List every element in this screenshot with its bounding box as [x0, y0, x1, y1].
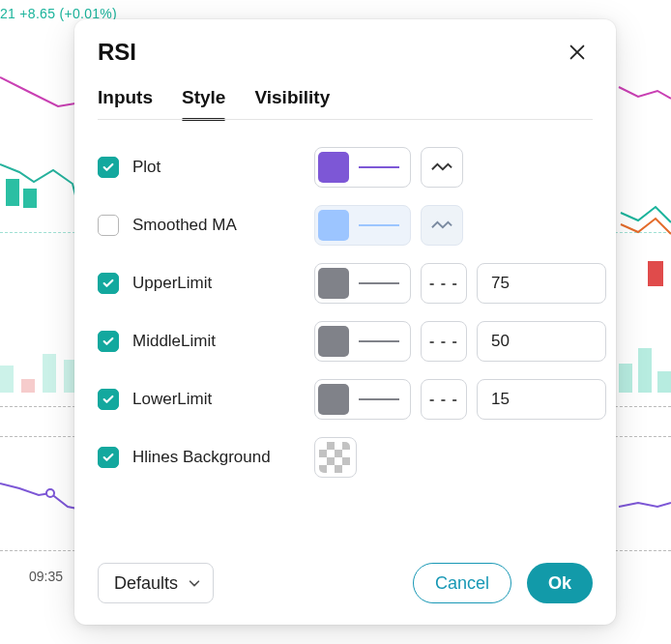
defaults-dropdown[interactable]: Defaults: [98, 563, 214, 603]
tab-inputs[interactable]: Inputs: [98, 87, 153, 120]
value-upper[interactable]: [477, 263, 606, 304]
color-line-plot[interactable]: [314, 147, 411, 188]
chevron-down-icon: [188, 576, 201, 590]
time-axis-label: 09:35: [29, 569, 63, 584]
transparent-swatch-icon: [319, 442, 350, 473]
ok-button[interactable]: Ok: [527, 563, 593, 603]
line-shape-smoothed[interactable]: [421, 205, 463, 246]
zigzag-icon: [431, 220, 452, 231]
dialog-title: RSI: [98, 39, 136, 66]
indicator-settings-dialog: RSI Inputs Style Visibility Plot: [74, 19, 616, 625]
row-lower-limit: LowerLimit - - -: [98, 370, 593, 428]
row-plot: Plot: [98, 138, 593, 196]
line-preview: [359, 166, 399, 168]
check-icon: [102, 161, 115, 174]
line-preview: [359, 340, 399, 342]
label-middle: MiddleLimit: [132, 332, 216, 351]
color-swatch: [318, 384, 349, 415]
check-icon: [102, 277, 115, 290]
line-dash-middle[interactable]: - - -: [421, 321, 467, 362]
check-icon: [102, 451, 115, 464]
checkbox-middle[interactable]: [98, 331, 119, 352]
label-plot: Plot: [132, 158, 160, 177]
dialog-footer: Defaults Cancel Ok: [74, 551, 616, 625]
label-upper: UpperLimit: [132, 274, 212, 293]
color-line-upper[interactable]: [314, 263, 411, 304]
dialog-tabbar: Inputs Style Visibility: [74, 66, 616, 121]
zigzag-icon: [431, 161, 452, 173]
value-upper-input[interactable]: [489, 273, 594, 294]
color-line-lower[interactable]: [314, 379, 411, 420]
row-middle-limit: MiddleLimit - - -: [98, 312, 593, 370]
row-hlines-background: Hlines Background: [98, 428, 593, 486]
cancel-button[interactable]: Cancel: [413, 563, 511, 603]
color-line-smoothed[interactable]: [314, 205, 411, 246]
line-preview: [359, 282, 399, 284]
close-icon: [567, 42, 588, 63]
color-swatch: [318, 326, 349, 357]
line-dash-lower[interactable]: - - -: [421, 379, 467, 420]
color-line-middle[interactable]: [314, 321, 411, 362]
defaults-label: Defaults: [114, 573, 178, 594]
checkbox-plot[interactable]: [98, 157, 119, 178]
dialog-body: Plot Smoothed MA: [74, 121, 616, 551]
line-shape-plot[interactable]: [421, 147, 463, 188]
tab-style[interactable]: Style: [182, 87, 225, 120]
value-lower[interactable]: [477, 379, 606, 420]
check-icon: [102, 335, 115, 348]
checkbox-lower[interactable]: [98, 389, 119, 410]
line-preview: [359, 224, 399, 226]
check-icon: [102, 393, 115, 406]
close-button[interactable]: [564, 39, 591, 66]
row-upper-limit: UpperLimit - - -: [98, 254, 593, 312]
hlines-color-button[interactable]: [314, 437, 357, 478]
checkbox-smoothed-ma[interactable]: [98, 215, 119, 236]
checkbox-upper[interactable]: [98, 273, 119, 294]
label-smoothed-ma: Smoothed MA: [132, 216, 237, 235]
value-middle[interactable]: [477, 321, 606, 362]
color-swatch: [318, 152, 349, 183]
label-hlines: Hlines Background: [132, 448, 271, 467]
line-preview: [359, 398, 399, 400]
row-smoothed-ma: Smoothed MA: [98, 196, 593, 254]
value-middle-input[interactable]: [489, 331, 594, 352]
svg-point-0: [46, 489, 54, 497]
line-dash-upper[interactable]: - - -: [421, 263, 467, 304]
label-lower: LowerLimit: [132, 390, 212, 409]
color-swatch: [318, 268, 349, 299]
tab-visibility[interactable]: Visibility: [254, 87, 330, 120]
value-lower-input[interactable]: [489, 389, 594, 410]
checkbox-hlines[interactable]: [98, 447, 119, 468]
color-swatch: [318, 210, 349, 241]
